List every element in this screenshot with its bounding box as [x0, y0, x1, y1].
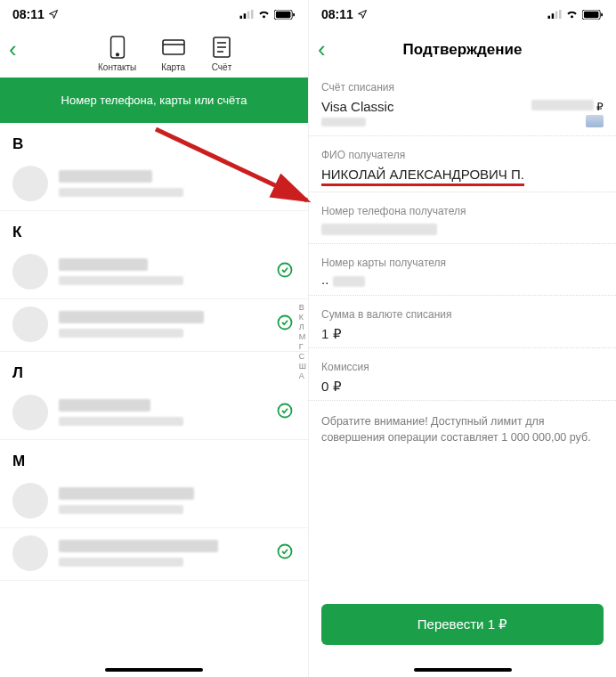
status-bar: 08:11: [309, 0, 616, 29]
method-label: Карта: [161, 62, 185, 72]
card-thumb-icon: [586, 115, 604, 127]
field-recipient-phone: Номер телефона получателя: [309, 196, 616, 244]
battery-icon: [582, 10, 604, 20]
contacts-screen: 08:11 ‹ Контакты: [0, 0, 308, 677]
svg-rect-5: [276, 11, 291, 17]
field-label: Счёт списания: [321, 81, 531, 94]
index-letter[interactable]: К: [299, 313, 306, 322]
search-banner[interactable]: Номер телефона, карты или счёта: [0, 77, 308, 123]
field-label: ФИО получателя: [321, 149, 604, 161]
avatar: [12, 483, 48, 518]
location-icon: [357, 9, 368, 20]
avatar: [12, 306, 48, 342]
index-letter[interactable]: В: [299, 303, 306, 312]
avatar: [12, 166, 48, 201]
svg-rect-1: [244, 13, 247, 19]
contact-row[interactable]: [0, 476, 308, 528]
fee-value: 0 ₽: [321, 379, 604, 395]
banner-text: Номер телефона, карты или счёта: [61, 94, 247, 107]
verified-icon: [274, 314, 296, 335]
section-letter: Л: [0, 352, 308, 387]
card-name: Visa Classic: [321, 99, 531, 114]
index-letter[interactable]: С: [299, 352, 306, 361]
svg-rect-21: [555, 12, 558, 19]
field-label: Комиссия: [321, 361, 604, 373]
card-icon: [162, 36, 185, 59]
svg-rect-24: [584, 11, 599, 17]
alpha-index[interactable]: ВКЛМГСША: [299, 303, 306, 380]
limit-notice: Обратите внимание! Доступный лимит для с…: [309, 404, 616, 445]
svg-rect-20: [552, 13, 555, 19]
avatar: [12, 535, 48, 571]
verified-icon: [274, 403, 296, 423]
transfer-button[interactable]: Перевести 1 ₽: [321, 604, 604, 645]
svg-rect-6: [293, 12, 295, 16]
amount-value: 1 ₽: [321, 326, 604, 342]
field-label: Сумма в валюте списания: [321, 308, 604, 321]
account-icon: [210, 36, 233, 59]
wifi-icon: [565, 10, 579, 20]
field-recipient-card: Номер карты получателя ··: [309, 248, 616, 296]
wifi-icon: [257, 10, 271, 20]
section-letter: В: [0, 123, 308, 159]
contact-row[interactable]: [0, 159, 308, 211]
button-label: Перевести 1 ₽: [417, 616, 507, 632]
method-contacts[interactable]: Контакты: [98, 36, 136, 72]
svg-rect-22: [559, 10, 562, 19]
home-indicator: [105, 668, 203, 672]
svg-rect-9: [163, 40, 184, 54]
recipient-name: НИКОЛАЙ АЛЕКСАНДРОВИЧ П.: [321, 167, 524, 186]
contact-row[interactable]: [0, 387, 308, 440]
contact-row[interactable]: [0, 299, 308, 352]
svg-rect-25: [601, 12, 603, 16]
index-letter[interactable]: Ш: [299, 362, 306, 371]
battery-icon: [274, 10, 296, 20]
avatar: [12, 254, 48, 290]
svg-point-8: [116, 53, 118, 56]
contact-list: ВКЛМ: [0, 123, 308, 581]
back-button[interactable]: ‹: [9, 36, 32, 63]
status-time: 08:11: [321, 7, 353, 21]
method-account[interactable]: Счёт: [210, 36, 233, 72]
index-letter[interactable]: А: [299, 371, 306, 380]
field-label: Номер телефона получателя: [321, 205, 604, 217]
method-tabs: Контакты Карта Счёт: [32, 36, 299, 72]
phone-icon: [106, 36, 129, 59]
location-icon: [48, 9, 59, 20]
confirmation-screen: 08:11 ‹ Подтверждение Счёт списания Visa…: [308, 0, 616, 677]
home-indicator: [414, 668, 512, 672]
signal-icon: [239, 10, 254, 19]
svg-rect-2: [247, 12, 250, 19]
field-account[interactable]: Счёт списания Visa Classic ₽: [309, 72, 616, 136]
avatar: [12, 395, 48, 430]
status-time: 08:11: [12, 7, 45, 21]
section-letter: К: [0, 211, 308, 247]
page-title: Подтверждение: [341, 41, 584, 59]
section-letter: М: [0, 440, 308, 476]
signal-icon: [547, 10, 562, 19]
index-letter[interactable]: Л: [299, 322, 306, 331]
field-recipient-name: ФИО получателя НИКОЛАЙ АЛЕКСАНДРОВИЧ П.: [309, 140, 616, 192]
verified-icon: [274, 262, 296, 282]
field-amount: Сумма в валюте списания 1 ₽: [309, 299, 616, 348]
index-letter[interactable]: М: [299, 332, 306, 341]
method-card[interactable]: Карта: [161, 36, 185, 72]
verified-icon: [274, 543, 296, 564]
method-label: Счёт: [212, 62, 231, 72]
field-label: Номер карты получателя: [321, 257, 604, 269]
svg-rect-0: [240, 16, 243, 19]
svg-rect-3: [251, 10, 254, 19]
field-fee: Комиссия 0 ₽: [309, 352, 616, 401]
back-button[interactable]: ‹: [318, 36, 341, 63]
contact-row[interactable]: [0, 247, 308, 299]
contact-row[interactable]: [0, 528, 308, 581]
method-label: Контакты: [98, 62, 136, 72]
status-bar: 08:11: [0, 0, 308, 29]
index-letter[interactable]: Г: [299, 342, 306, 351]
svg-rect-19: [548, 16, 551, 19]
